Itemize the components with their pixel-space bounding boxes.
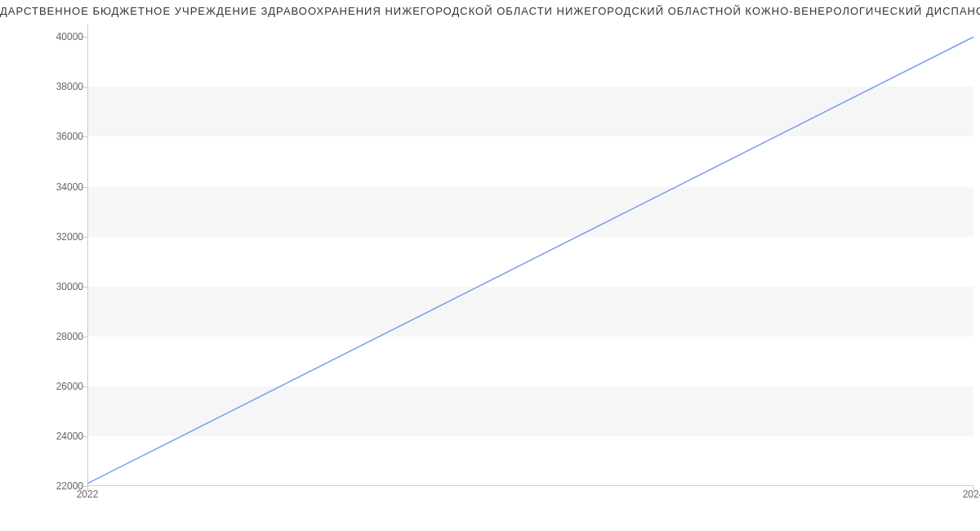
- plot-area: [87, 25, 973, 486]
- chart-title: ДАРСТВЕННОЕ БЮДЖЕТНОЕ УЧРЕЖДЕНИЕ ЗДРАВОО…: [0, 5, 980, 17]
- y-tick-label: 26000: [18, 381, 83, 392]
- data-series-line: [87, 37, 973, 484]
- x-tick-label: 2024: [963, 489, 980, 500]
- y-tick-label: 36000: [18, 131, 83, 142]
- y-tick-label: 34000: [18, 181, 83, 193]
- y-tick-label: 28000: [18, 331, 83, 342]
- y-tick-label: 40000: [18, 31, 83, 42]
- line-chart-svg: [87, 25, 973, 486]
- y-tick-label: 22000: [18, 480, 83, 492]
- y-tick-label: 38000: [18, 81, 83, 92]
- y-tick-label: 30000: [18, 281, 83, 292]
- y-tick-label: 32000: [18, 231, 83, 243]
- x-tick-label: 2022: [77, 489, 99, 500]
- y-tick-label: 24000: [18, 431, 83, 442]
